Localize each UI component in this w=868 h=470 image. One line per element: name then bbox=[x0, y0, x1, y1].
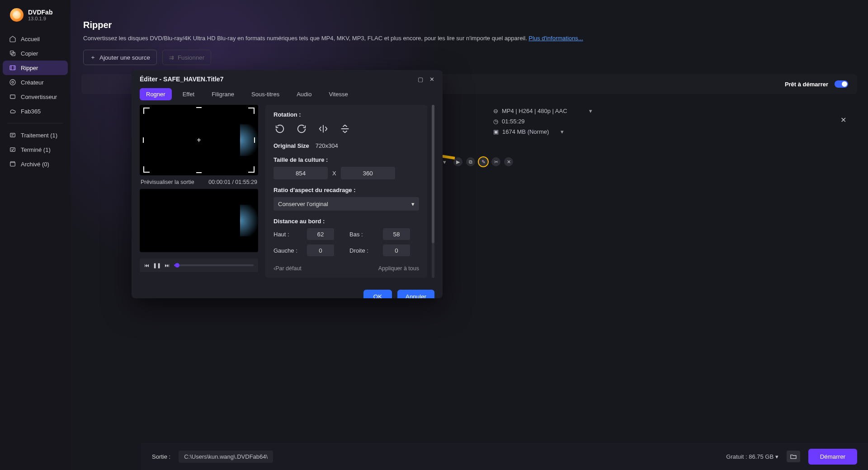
footer: Sortie : C:\Users\kun.wang\.DVDFab64\ Gr… bbox=[141, 443, 868, 470]
more-info-link[interactable]: Plus d'informations... bbox=[528, 35, 583, 42]
cancel-button[interactable]: Annuler bbox=[397, 290, 434, 298]
logo-icon bbox=[10, 8, 24, 22]
queue-format: MP4 | H264 | 480p | AAC bbox=[502, 108, 567, 114]
crop-height-input[interactable] bbox=[341, 167, 395, 179]
output-path[interactable]: C:\Users\kun.wang\.DVDFab64\ bbox=[179, 451, 273, 463]
pause-icon[interactable]: ❚❚ bbox=[153, 263, 161, 268]
crop-center-icon: + bbox=[197, 136, 201, 144]
nav-item-archive[interactable]: Archivé (0) bbox=[3, 157, 68, 171]
cloud-icon bbox=[9, 108, 16, 115]
edge-haut-input[interactable] bbox=[307, 228, 334, 240]
svg-rect-2 bbox=[10, 66, 15, 70]
merge-button[interactable]: ⇉ Fusionner bbox=[162, 50, 211, 65]
open-folder-icon[interactable] bbox=[787, 451, 800, 462]
page-title: Ripper bbox=[83, 20, 855, 30]
preview-source[interactable]: + bbox=[140, 105, 258, 175]
app-version: 13.0.1.9 bbox=[28, 16, 52, 21]
flip-v-icon[interactable] bbox=[339, 122, 351, 135]
crop-frame[interactable]: + bbox=[143, 108, 255, 173]
nav-label: Convertisseur bbox=[21, 94, 57, 100]
ratio-select[interactable]: Conserver l'original ▾ bbox=[274, 197, 419, 211]
tab-filigrane[interactable]: Filigrane bbox=[205, 88, 241, 100]
nav-label: Créateur bbox=[21, 79, 44, 86]
tab-audio[interactable]: Audio bbox=[290, 88, 318, 100]
plus-icon: ＋ bbox=[90, 53, 96, 61]
nav-item-fab365[interactable]: Fab365 bbox=[3, 104, 68, 118]
nav-label: Fab365 bbox=[21, 108, 41, 115]
seek-slider[interactable] bbox=[174, 264, 254, 266]
convert-icon bbox=[9, 93, 16, 100]
nav-separator bbox=[7, 123, 63, 123]
archive-icon bbox=[9, 160, 16, 168]
nav-item-termine[interactable]: Terminé (1) bbox=[3, 142, 68, 157]
edge-droite-input[interactable] bbox=[383, 244, 410, 256]
modal-maximize-icon[interactable]: ▢ bbox=[418, 76, 423, 83]
nav-item-copier[interactable]: Copier bbox=[3, 46, 68, 61]
nav-item-accueil[interactable]: Accueil bbox=[3, 32, 68, 46]
chevron-down-icon[interactable]: ▾ bbox=[561, 128, 564, 135]
clock-icon: ◷ bbox=[493, 118, 498, 125]
settings-scrollbar[interactable] bbox=[432, 105, 434, 278]
nav-item-createur[interactable]: Créateur bbox=[3, 75, 68, 89]
add-source-button[interactable]: ＋ Ajouter une source bbox=[83, 50, 157, 65]
svg-point-4 bbox=[12, 81, 14, 83]
cut-icon[interactable]: ✂ bbox=[491, 157, 500, 166]
home-icon bbox=[9, 35, 16, 42]
original-size-label: Original Size bbox=[274, 142, 309, 149]
edge-haut-label: Haut : bbox=[274, 231, 301, 238]
processing-icon bbox=[9, 132, 16, 139]
page-subtitle: Convertissez les disques DVD/Blu-ray/4K … bbox=[83, 35, 855, 42]
edge-gauche-label: Gauche : bbox=[274, 247, 301, 254]
nav-item-traitement[interactable]: Traitement (1) bbox=[3, 128, 68, 142]
modal-title: Éditer - SAFE_HAVEN.Title7 bbox=[140, 75, 223, 83]
queue-detail: ⊖MP4 | H264 | 480p | AAC▾ ◷01:55:29 ▣167… bbox=[493, 108, 592, 135]
start-button[interactable]: Démarrer bbox=[808, 449, 857, 465]
creator-icon bbox=[9, 79, 16, 86]
toolbar: ＋ Ajouter une source ⇉ Fusionner bbox=[83, 50, 855, 65]
nav-label: Terminé (1) bbox=[21, 146, 51, 153]
queue-close-icon[interactable]: ✕ bbox=[840, 116, 846, 124]
sidebar: DVDFab 13.0.1.9 Accueil Copier Ripper Cr… bbox=[0, 0, 71, 470]
free-space[interactable]: Gratuit : 86.75 GB ▾ bbox=[726, 453, 778, 460]
apply-all-link[interactable]: Appliquer à tous bbox=[378, 265, 419, 272]
crop-width-input[interactable] bbox=[274, 167, 328, 179]
svg-rect-6 bbox=[10, 133, 15, 137]
merge-icon: ⇉ bbox=[169, 54, 174, 61]
nav-item-ripper[interactable]: Ripper bbox=[3, 61, 68, 75]
output-label: Sortie : bbox=[152, 453, 170, 460]
rotate-ccw-icon[interactable] bbox=[274, 122, 286, 135]
queue-size: 1674 MB (Norme) bbox=[502, 128, 549, 135]
chevron-down-icon[interactable]: ▾ bbox=[589, 108, 592, 114]
edge-gauche-input[interactable] bbox=[307, 244, 334, 256]
rotate-cw-icon[interactable] bbox=[295, 122, 308, 135]
ready-toggle[interactable] bbox=[835, 80, 848, 88]
modal-close-icon[interactable]: ✕ bbox=[429, 76, 434, 83]
next-frame-icon[interactable]: ⏭ bbox=[165, 263, 170, 268]
default-link[interactable]: ‹Par défaut bbox=[274, 265, 302, 272]
transport-controls: ⏮ ❚❚ ⏭ bbox=[140, 258, 258, 272]
nav-label: Ripper bbox=[21, 65, 38, 71]
crop-x-label: X bbox=[332, 170, 336, 177]
delete-icon[interactable]: ✕ bbox=[504, 157, 513, 166]
settings-icon[interactable]: ⧉ bbox=[466, 157, 475, 166]
rotation-label: Rotation : bbox=[274, 111, 419, 118]
tab-vitesse[interactable]: Vitesse bbox=[322, 88, 354, 100]
format-icon: ⊖ bbox=[493, 108, 498, 114]
prev-frame-icon[interactable]: ⏮ bbox=[144, 263, 149, 268]
flip-h-icon[interactable] bbox=[317, 122, 330, 135]
preview-label: Prévisualiser la sortie bbox=[141, 179, 194, 185]
nav-label: Copier bbox=[21, 50, 38, 57]
edge-bas-input[interactable] bbox=[383, 228, 410, 240]
svg-rect-8 bbox=[10, 163, 15, 166]
tab-rogner[interactable]: Rogner bbox=[140, 88, 172, 100]
nav-item-convertisseur[interactable]: Convertisseur bbox=[3, 89, 68, 104]
ratio-label: Ratio d'aspect du recadrage : bbox=[274, 187, 419, 193]
tab-effet[interactable]: Effet bbox=[176, 88, 201, 100]
chevron-down-icon: ▾ bbox=[411, 201, 415, 207]
tab-sous-titres[interactable]: Sous-titres bbox=[245, 88, 286, 100]
edit-icon[interactable]: ✎ bbox=[479, 157, 488, 166]
edge-bas-label: Bas : bbox=[349, 231, 377, 238]
app-logo: DVDFab 13.0.1.9 bbox=[0, 0, 71, 32]
crop-size-label: Taille de la culture : bbox=[274, 156, 419, 163]
ok-button[interactable]: OK bbox=[363, 290, 392, 298]
